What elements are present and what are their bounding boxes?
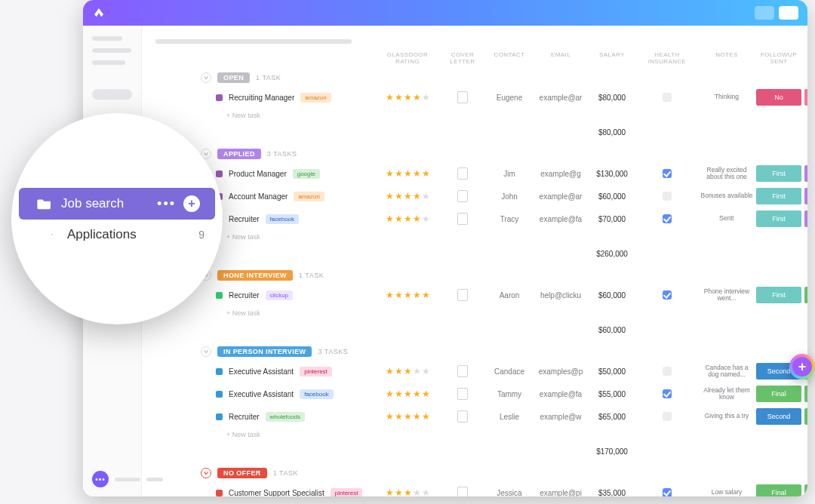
task-row[interactable]: Recruiter clickup ★★★★★ Aaron help@click…: [155, 284, 807, 306]
task-row[interactable]: Recruiting Manager amazon ★★★★★ Eugene e…: [155, 86, 807, 109]
checkbox[interactable]: [663, 169, 672, 178]
col-cover: COVER LETTER: [441, 51, 484, 65]
rating-cell[interactable]: ★★★★★: [377, 169, 438, 178]
status-pill[interactable]: NO OFFER: [217, 468, 267, 478]
document-icon[interactable]: [457, 410, 468, 423]
checkbox[interactable]: [663, 93, 672, 102]
task-row[interactable]: Executive Assistant facebook ★★★★★ Tammy…: [155, 383, 807, 405]
zoom-lens: Job search ••• + Applications 9: [11, 113, 223, 324]
interview-badge[interactable]: Scheduled: [804, 484, 807, 496]
interview-badge[interactable]: Waiting: [804, 165, 807, 182]
task-row[interactable]: Recruiter wholefoods ★★★★★ Leslie exampl…: [155, 405, 807, 428]
group-header[interactable]: IN PERSON INTERVIEW 3 TASKS: [155, 342, 807, 360]
rating-cell[interactable]: ★★★★★: [377, 488, 438, 496]
column-headers: GLASSDOOR RATING COVER LETTER CONTACT EM…: [155, 51, 807, 65]
status-square-icon[interactable]: [216, 368, 223, 375]
company-tag[interactable]: amazon: [300, 93, 331, 103]
interview-badge[interactable]: Waiting: [804, 188, 807, 204]
company-tag[interactable]: pinterest: [331, 488, 363, 497]
interview-badge[interactable]: No: [804, 89, 807, 106]
group-header[interactable]: APPLIED 3 TASKS: [155, 144, 807, 162]
rating-cell[interactable]: ★★★★★: [377, 192, 438, 201]
document-icon[interactable]: [457, 167, 468, 180]
task-row[interactable]: Account Manager amazon ★★★★★ John exampl…: [155, 185, 807, 207]
new-task-button[interactable]: + New task: [155, 428, 807, 444]
checkbox[interactable]: [663, 488, 672, 496]
sidebar-item-job-search[interactable]: Job search ••• +: [19, 188, 215, 220]
company-tag[interactable]: google: [293, 169, 320, 179]
group-header[interactable]: HONE INTERVIEW 1 TASK: [155, 266, 807, 284]
company-tag[interactable]: facebook: [266, 214, 299, 224]
rating-cell[interactable]: ★★★★★: [377, 412, 438, 421]
more-icon[interactable]: •••: [157, 201, 176, 207]
status-square-icon[interactable]: [216, 391, 223, 398]
sidebar-item-applications[interactable]: Applications 9: [11, 220, 223, 250]
followup-badge[interactable]: No: [756, 89, 801, 106]
titlebar-pill[interactable]: [779, 6, 798, 20]
checkbox[interactable]: [663, 389, 672, 398]
rating-cell[interactable]: ★★★★★: [377, 214, 438, 223]
followup-badge[interactable]: Final: [756, 484, 801, 496]
rating-cell[interactable]: ★★★★★: [377, 290, 438, 300]
document-icon[interactable]: [457, 190, 468, 202]
group-header[interactable]: OPEN 1 TASK: [155, 68, 807, 86]
rating-cell[interactable]: ★★★★★: [377, 367, 438, 376]
document-icon[interactable]: [457, 365, 468, 377]
task-row[interactable]: Product Manager google ★★★★★ Jim example…: [155, 162, 807, 185]
document-icon[interactable]: [457, 388, 468, 400]
add-list-button[interactable]: +: [183, 195, 200, 212]
status-square-icon[interactable]: [216, 171, 223, 177]
interview-badge[interactable]: Waiting: [804, 211, 807, 227]
checkbox[interactable]: [663, 192, 672, 201]
interview-badge[interactable]: Scheduled: [804, 408, 807, 425]
checkbox[interactable]: [663, 367, 672, 376]
collapse-caret-icon[interactable]: [201, 72, 211, 83]
followup-badge[interactable]: First: [756, 165, 801, 182]
checkbox[interactable]: [663, 412, 672, 421]
collapse-caret-icon[interactable]: [201, 468, 211, 478]
status-square-icon[interactable]: [216, 94, 223, 101]
task-count: 1 TASK: [256, 74, 281, 81]
company-tag[interactable]: clickup: [266, 290, 293, 300]
collapse-caret-icon[interactable]: [201, 346, 211, 357]
checkbox[interactable]: [663, 214, 672, 223]
company-tag[interactable]: pinterest: [300, 367, 332, 376]
interview-badge[interactable]: Scheduled: [804, 287, 807, 303]
company-tag[interactable]: amazon: [294, 192, 324, 201]
followup-badge[interactable]: First: [756, 287, 801, 303]
document-icon[interactable]: [457, 487, 468, 496]
rating-cell[interactable]: ★★★★★: [377, 93, 438, 102]
chat-button[interactable]: •••: [92, 471, 163, 487]
notes-cell: Sent!: [700, 215, 753, 222]
task-row[interactable]: Executive Assistant pinterest ★★★★★ Cand…: [155, 360, 807, 383]
company-tag[interactable]: facebook: [300, 389, 333, 399]
group-header[interactable]: NO OFFER 1 TASK: [155, 463, 807, 481]
followup-badge[interactable]: First: [756, 188, 801, 204]
new-task-button[interactable]: + New task: [155, 306, 807, 323]
status-pill[interactable]: IN PERSON INTERVIEW: [217, 346, 312, 357]
document-icon[interactable]: [457, 289, 468, 301]
task-row[interactable]: Customer Support Specialist pinterest ★★…: [155, 481, 807, 496]
followup-badge[interactable]: First: [756, 211, 801, 227]
company-tag[interactable]: wholefoods: [266, 412, 305, 422]
new-task-button[interactable]: + New task: [155, 109, 807, 125]
titlebar-pill[interactable]: [755, 6, 774, 20]
status-square-icon[interactable]: [216, 413, 223, 420]
interview-badge[interactable]: Scheduled: [804, 386, 807, 402]
checkbox[interactable]: [663, 290, 672, 300]
status-square-icon[interactable]: [216, 490, 223, 496]
followup-badge[interactable]: Second: [756, 408, 801, 425]
document-icon[interactable]: [457, 91, 468, 103]
new-task-button[interactable]: + New task: [155, 230, 807, 247]
rating-cell[interactable]: ★★★★★: [377, 389, 438, 398]
fab-add-button[interactable]: +: [789, 354, 815, 380]
status-pill[interactable]: APPLIED: [217, 149, 261, 159]
star-icon: ★: [386, 290, 394, 300]
status-square-icon[interactable]: [216, 292, 223, 299]
status-pill[interactable]: OPEN: [217, 72, 250, 83]
task-row[interactable]: Recruiter facebook ★★★★★ Tracy example@f…: [155, 207, 807, 230]
status-pill[interactable]: HONE INTERVIEW: [217, 270, 293, 281]
followup-badge[interactable]: Final: [756, 386, 801, 402]
document-icon[interactable]: [457, 213, 468, 225]
search-pill[interactable]: [92, 89, 132, 100]
